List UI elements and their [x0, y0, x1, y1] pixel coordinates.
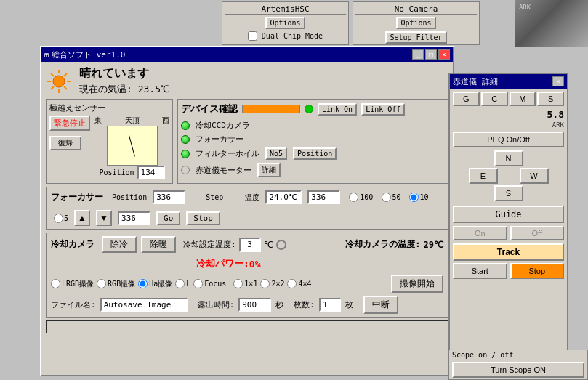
sun-icon [46, 68, 72, 94]
lrgb-radio[interactable] [51, 279, 60, 288]
cooling-panel: 冷却カメラ 除冷 除暖 冷却設定温度: ℃ 冷却カメラの温度: 29℃ [46, 233, 448, 318]
weather-text: 晴れています [79, 66, 169, 81]
focuser-temp-input[interactable] [265, 190, 302, 204]
nocamera-options-button[interactable]: Options [396, 17, 435, 29]
focuser-pos-input2[interactable] [307, 190, 340, 204]
bin4x4-radio[interactable] [287, 279, 297, 288]
restore-button[interactable]: 復帰 [49, 136, 81, 150]
exposure-label: 露出時間: [198, 299, 235, 310]
artemis-options-button[interactable]: Options [265, 17, 305, 29]
compass-display [107, 126, 158, 166]
filename-label: ファイル名: [51, 299, 96, 310]
on-button[interactable]: On [453, 226, 507, 240]
svg-line-6 [64, 86, 67, 89]
top-left-label: ArtemisHSC [225, 4, 346, 15]
sensor-title: 極越えセンサー [49, 102, 169, 113]
focuser-up-button[interactable]: ▲ [74, 210, 90, 226]
east-button[interactable]: E [469, 168, 498, 184]
c-button[interactable]: C [481, 92, 508, 106]
bin1x1-radio[interactable] [233, 279, 243, 288]
temp-label: 現在の気温: [79, 84, 132, 94]
close-button[interactable]: × [438, 49, 450, 60]
power-value: 0% [249, 259, 261, 270]
west-button[interactable]: W [520, 168, 549, 184]
right-titlebar: 赤道儀 詳細 × [450, 74, 567, 89]
off-button[interactable]: Off [510, 226, 565, 240]
cool-button[interactable]: 除冷 [102, 236, 137, 253]
device-panel: デバイス確認 Link On Link Off 冷却CCDカメラ フォーカサー [177, 99, 448, 184]
start-button[interactable]: Start [453, 263, 507, 279]
dual-chip-label: Dual Chip Mode [262, 32, 323, 40]
track-button[interactable]: Track [453, 243, 564, 261]
imaging-start-button[interactable]: 撮像開始 [391, 275, 443, 293]
step-10-radio[interactable] [409, 193, 419, 202]
ark-label: ARK [552, 121, 564, 129]
filename-input[interactable] [100, 298, 188, 312]
bin2x2-radio[interactable] [260, 279, 270, 288]
svg-point-0 [53, 76, 65, 87]
focuser-stop-button[interactable]: Stop [186, 211, 220, 225]
ha-radio[interactable] [138, 279, 148, 288]
exposure-input[interactable] [238, 298, 271, 312]
warm-button[interactable]: 除暖 [141, 236, 176, 253]
device-status-bar [242, 105, 300, 113]
camera-thumbnail: ARK [515, 0, 588, 47]
svg-line-8 [51, 86, 54, 89]
frames-unit: 枚 [345, 299, 353, 310]
ccd-camera-label: 冷却CCDカメラ [196, 120, 250, 131]
focuser-position-input[interactable] [153, 190, 185, 204]
focuser-step-dash: - [194, 193, 198, 201]
filter-position-button[interactable]: Position [293, 147, 337, 160]
cooling-title: 冷却カメラ [51, 238, 94, 251]
position-input[interactable] [137, 166, 165, 179]
link-on-button[interactable]: Link On [318, 103, 357, 116]
focuser-temp-label: 温度 [245, 193, 259, 203]
top-left-panel: ArtemisHSC Options Dual Chip Mode [222, 1, 349, 45]
l-radio[interactable] [175, 279, 185, 288]
sensor-panel: 極越えセンサー 緊急停止 復帰 東 天頂 西 [46, 99, 173, 184]
right-close-button[interactable]: × [552, 76, 564, 86]
right-panel: 赤道儀 詳細 × G C M S 5.8 ARK PEQ On/Off N E … [448, 73, 568, 371]
step-100-radio[interactable] [349, 193, 358, 202]
link-off-button[interactable]: Link Off [361, 103, 405, 116]
filter-no-button[interactable]: No5 [265, 147, 287, 160]
nocamera-setup-button[interactable]: Setup Filter [385, 31, 446, 44]
scope-on-button[interactable]: Turn Scope ON [452, 362, 584, 378]
camera-temp-label: 冷却カメラの温度: [345, 238, 420, 251]
minimize-button[interactable]: _ [412, 49, 424, 60]
filter-label: フィルターホイル [196, 148, 259, 159]
mount-label: 赤道儀モーター [196, 165, 251, 176]
step-50-radio[interactable] [382, 193, 391, 202]
focuser-down-button[interactable]: ▼ [96, 210, 112, 226]
peq-button[interactable]: PEQ On/Off [453, 132, 564, 147]
temp-value: 23.5℃ [138, 84, 169, 94]
focus-radio[interactable] [193, 279, 203, 288]
interrupt-button[interactable]: 中断 [363, 296, 398, 314]
set-temp-input[interactable] [239, 238, 261, 252]
rgb-radio[interactable] [97, 279, 106, 288]
focuser-goto-input[interactable] [118, 211, 150, 225]
step-5-radio[interactable] [54, 214, 63, 223]
exposure-unit: 秒 [275, 299, 283, 310]
guide-button[interactable]: Guide [453, 206, 564, 223]
emergency-stop-button[interactable]: 緊急停止 [49, 116, 90, 131]
position-label: Position [99, 169, 134, 177]
detail-button[interactable]: 詳細 [257, 163, 281, 177]
south-button[interactable]: S [494, 185, 523, 201]
north-button[interactable]: N [494, 150, 523, 166]
device-title: デバイス確認 [181, 102, 238, 116]
dual-chip-checkbox[interactable] [248, 31, 257, 41]
focuser-step-label: Step [206, 193, 223, 201]
g-button[interactable]: G [453, 92, 480, 106]
stop-button[interactable]: Stop [510, 263, 565, 279]
title-icon: ⊞ [44, 51, 49, 59]
filter-indicator [181, 150, 190, 158]
m-button[interactable]: M [510, 92, 536, 106]
s-button[interactable]: S [537, 92, 564, 106]
scope-on-row: Turn Scope ON [448, 360, 588, 380]
maximize-button[interactable]: □ [425, 49, 437, 60]
right-panel-title: 赤道儀 詳細 [453, 76, 498, 87]
frames-input[interactable] [319, 298, 341, 312]
main-titlebar: ⊞ 総合ソフト ver1.0 _ □ × [41, 47, 453, 62]
focuser-go-button[interactable]: Go [156, 211, 180, 225]
